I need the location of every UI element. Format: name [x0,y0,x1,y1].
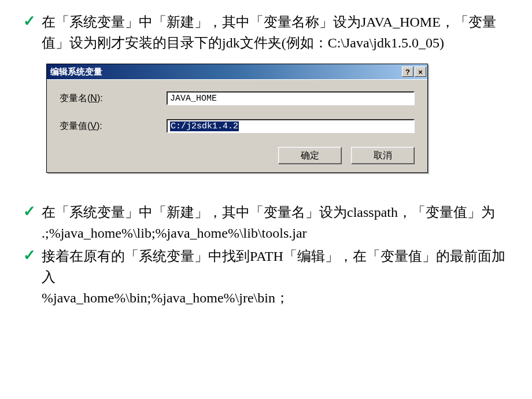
variable-value-value: C:/j2sdk1.4.2 [170,121,239,131]
ok-button[interactable]: 确定 [278,147,342,164]
variable-name-label: 变量名(N): [60,93,167,105]
dialog-titlebar: 编辑系统变量 ? × [47,64,427,79]
bullet-3-code: %java_home%\bin;%java_home%\jre\bin； [42,290,289,305]
bullet-2-code: .;%java_home%\lib;%java_home%\lib\tools.… [42,226,307,241]
close-button[interactable]: × [415,66,426,77]
dialog-screenshot: 编辑系统变量 ? × 变量名(N): JAVA_HOME 变 [46,64,515,173]
check-icon: ✓ [23,12,36,31]
variable-name-value: JAVA_HOME [170,94,217,104]
dialog-title: 编辑系统变量 [50,66,402,77]
bullet-2: ✓ 在「系统变量」中「新建」，其中「变量名」设为classpath，「变量值」为… [23,202,515,243]
bullet-3-text: 接着在原有的「系统变量」中找到PATH「编辑」，在「变量值」的最前面加入 %ja… [42,246,515,308]
bullet-1: ✓ 在「系统变量」中「新建」，其中「变量名称」设为JAVA_HOME，「变量值」… [23,12,515,53]
dialog-body: 变量名(N): JAVA_HOME 变量值(V): C:/j2sdk1.4.2 … [47,79,427,172]
variable-name-row: 变量名(N): JAVA_HOME [60,91,415,105]
cancel-button[interactable]: 取消 [351,147,415,164]
variable-value-input[interactable]: C:/j2sdk1.4.2 [167,119,415,133]
check-icon: ✓ [23,202,36,221]
bullet-1-text: 在「系统变量」中「新建」，其中「变量名称」设为JAVA_HOME，「变量值」设为… [42,12,515,53]
check-icon: ✓ [23,246,36,265]
edit-system-variable-dialog: 编辑系统变量 ? × 变量名(N): JAVA_HOME 变 [46,64,428,173]
bullet-2-text: 在「系统变量」中「新建」，其中「变量名」设为classpath，「变量值」为 .… [42,202,495,243]
help-button[interactable]: ? [402,66,413,77]
variable-value-label: 变量值(V): [60,120,167,132]
variable-value-row: 变量值(V): C:/j2sdk1.4.2 [60,119,415,133]
bullet-3: ✓ 接着在原有的「系统变量」中找到PATH「编辑」，在「变量值」的最前面加入 %… [23,246,515,308]
variable-name-input[interactable]: JAVA_HOME [167,91,415,105]
